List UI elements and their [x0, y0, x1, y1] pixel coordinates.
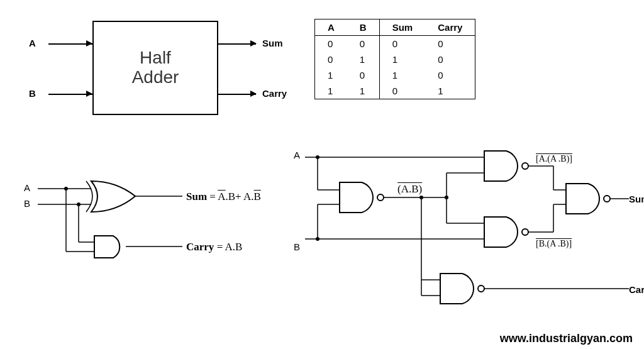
th-sum: Sum	[379, 19, 425, 36]
cell: 0	[379, 36, 425, 52]
svg-point-41	[478, 285, 484, 292]
half-adder-block: Half Adder	[92, 21, 218, 115]
truth-table-body: 0000 0110 1010 1101	[315, 36, 475, 99]
cell: 1	[315, 67, 347, 83]
cell: 1	[347, 83, 379, 99]
xor-input-a: A	[24, 182, 30, 193]
block-arrow-a	[86, 40, 92, 47]
cell: 0	[425, 36, 475, 52]
truth-table: A B Sum Carry 0000 0110 1010 1101	[314, 19, 475, 99]
cell: 1	[379, 67, 425, 83]
cell: 0	[315, 52, 347, 67]
cell: 1	[347, 52, 379, 67]
nand-input-b: B	[294, 241, 300, 252]
cell: 0	[315, 36, 347, 52]
cell: 1	[315, 83, 347, 99]
xor-input-b: B	[24, 198, 30, 209]
block-title-2: Adder	[132, 67, 179, 87]
nand-sum-label: Sum	[629, 194, 644, 204]
th-carry: Carry	[425, 19, 475, 36]
svg-point-34	[604, 196, 610, 202]
carry-eq: = A.B	[214, 241, 242, 253]
cell: 0	[347, 36, 379, 52]
nand-bot-expr: [B.(A .B)]	[536, 239, 572, 249]
th-b: B	[347, 19, 379, 36]
eq-prefix: =	[207, 191, 218, 202]
b-bar: B	[254, 191, 261, 202]
svg-point-23	[522, 163, 528, 169]
watermark: www.industrialgyan.com	[500, 332, 633, 345]
th-a: A	[315, 19, 347, 36]
cell: 0	[347, 67, 379, 83]
block-input-b-label: B	[29, 88, 36, 99]
nand-top-expr: [A.(A .B)]	[536, 154, 572, 164]
block-output-sum-label: Sum	[262, 38, 283, 48]
nand-circuit	[289, 145, 641, 327]
carry-word: Carry	[186, 241, 214, 253]
svg-point-18	[377, 194, 384, 201]
block-title-1: Half	[140, 48, 171, 67]
cell: 0	[425, 52, 475, 67]
cell: 0	[379, 83, 425, 99]
a-bar: A	[218, 191, 225, 202]
block-arrow-b	[86, 91, 92, 97]
sum-word: Sum	[186, 191, 207, 202]
xor-and-circuit	[19, 170, 277, 296]
nand-carry-label: Carry	[629, 284, 644, 295]
cell: 1	[425, 83, 475, 99]
block-arrow-sum	[250, 40, 257, 47]
cell: 0	[425, 67, 475, 83]
block-output-carry-label: Carry	[262, 88, 287, 99]
nand-mid-label: ((A.B)A.B)	[397, 183, 422, 196]
svg-point-37	[419, 196, 423, 199]
nand-input-a: A	[294, 150, 300, 160]
block-input-a-label: A	[29, 38, 36, 48]
cell: 1	[379, 52, 425, 67]
mid: .B+ A.	[226, 191, 254, 202]
block-arrow-carry	[250, 91, 257, 97]
and-carry-equation: Carry = A.B	[186, 241, 242, 253]
svg-point-27	[522, 229, 528, 235]
xor-sum-equation: Sum = A.B+ A.B	[186, 191, 261, 203]
